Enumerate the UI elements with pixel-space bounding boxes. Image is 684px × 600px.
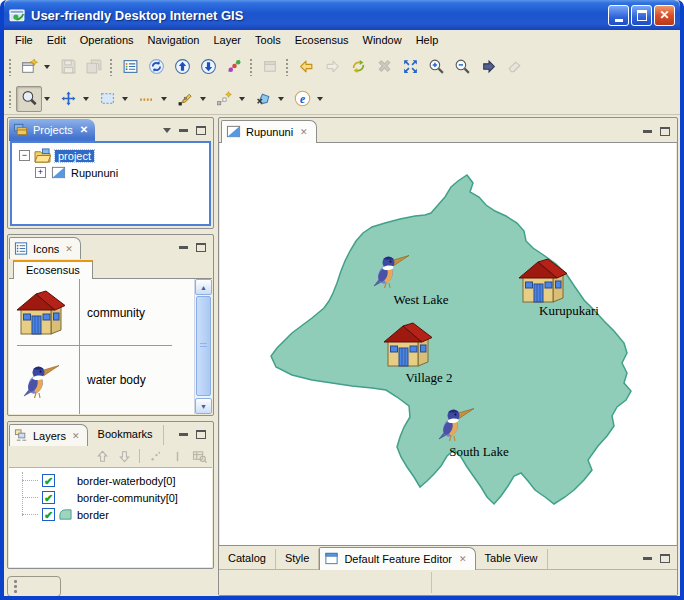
maximize-view-icon[interactable] (660, 554, 670, 563)
palette-item-water-body[interactable]: water body (9, 346, 212, 413)
tree-item-rupununi-label[interactable]: Rupununi (71, 167, 118, 179)
menu-ecosensus[interactable]: Ecosensus (288, 32, 356, 48)
minimize-view-icon[interactable] (643, 557, 652, 560)
legend-button[interactable] (117, 54, 143, 80)
zoom-extent-button[interactable] (397, 54, 423, 80)
toolbar-grip-icon[interactable] (109, 58, 113, 76)
map-marker-village-2[interactable] (382, 322, 434, 368)
refresh-button[interactable] (345, 54, 371, 80)
layer-row-border-waterbody0[interactable]: ✔border-waterbody[0] (9, 472, 212, 489)
select-tool-button[interactable] (94, 86, 120, 112)
pan-tool-button[interactable] (55, 86, 81, 112)
maximize-view-icon[interactable] (196, 430, 206, 439)
maximize-view-icon[interactable] (196, 126, 206, 135)
layer-row-border-community0[interactable]: ✔border-community[0] (9, 489, 212, 506)
layer-visibility-checkbox[interactable]: ✔ (42, 474, 55, 487)
dropdown-caret-icon[interactable] (161, 97, 167, 101)
maximize-button[interactable] (631, 5, 652, 26)
sync-layers-button[interactable] (143, 54, 169, 80)
map-marker-south-lake[interactable] (437, 404, 475, 442)
tree-item-rupununi[interactable]: + Rupununi (35, 164, 209, 181)
scrollbar-thumb[interactable] (196, 296, 211, 396)
add-vertex-button[interactable] (211, 86, 237, 112)
menu-navigation[interactable]: Navigation (141, 32, 207, 48)
map-marker-west-lake[interactable] (372, 251, 410, 289)
map-marker-kurupukari[interactable] (517, 258, 569, 304)
toolbar-grip-icon[interactable] (285, 58, 289, 76)
tab-table-view[interactable]: Table View (476, 549, 548, 569)
title-bar[interactable]: User-friendly Desktop Internet GIS ✕ (4, 0, 680, 30)
tree-item-project[interactable]: − project (19, 147, 209, 164)
dropdown-caret-icon[interactable] (122, 97, 128, 101)
menu-edit[interactable]: Edit (40, 32, 73, 48)
dropdown-caret-icon[interactable] (200, 97, 206, 101)
maximize-view-icon[interactable] (660, 127, 670, 136)
close-icons-icon[interactable]: ✕ (65, 244, 73, 254)
palette-item-community[interactable]: community (9, 279, 212, 346)
view-menu-icon[interactable] (163, 128, 171, 133)
menu-operations[interactable]: Operations (73, 32, 141, 48)
dropdown-caret-icon[interactable] (278, 97, 284, 101)
layer-visibility-checkbox[interactable]: ✔ (42, 491, 55, 504)
menu-layer[interactable]: Layer (207, 32, 249, 48)
layer-row-border[interactable]: ✔border (9, 506, 212, 523)
toolbar-grip-icon[interactable] (8, 58, 12, 76)
minimize-view-icon[interactable] (179, 433, 188, 436)
minimize-button[interactable] (608, 5, 629, 26)
icons-tab-label: Icons (33, 243, 59, 255)
close-button[interactable]: ✕ (654, 5, 675, 26)
split-tool-button[interactable] (250, 86, 276, 112)
tab-default-feature-editor[interactable]: Default Feature Editor✕ (319, 547, 475, 570)
menu-file[interactable]: File (8, 32, 40, 48)
style-editor-button[interactable] (221, 54, 247, 80)
scroll-up-icon[interactable]: ▲ (195, 279, 212, 295)
tab-ecosensus[interactable]: Ecosensus (13, 260, 93, 279)
dropdown-caret-icon[interactable] (44, 65, 50, 69)
minimize-view-icon[interactable] (643, 130, 652, 133)
tab-catalog[interactable]: Catalog (219, 549, 276, 569)
layer-visibility-checkbox[interactable]: ✔ (42, 508, 55, 521)
close-feature-editor-icon[interactable]: ✕ (459, 554, 467, 564)
dropdown-caret-icon[interactable] (317, 97, 323, 101)
forward-nav-button[interactable] (475, 54, 501, 80)
community-house-icon (9, 290, 73, 336)
move-down-button[interactable] (195, 54, 221, 80)
zoom-tool-button[interactable] (16, 86, 42, 112)
toolbar-grip-icon[interactable] (249, 58, 253, 76)
tab-bookmarks[interactable]: Bookmarks (88, 425, 164, 445)
scroll-down-icon[interactable]: ▼ (195, 398, 212, 414)
expand-expander-icon[interactable]: + (35, 167, 46, 178)
minimize-view-icon[interactable] (179, 129, 188, 132)
maximize-view-icon[interactable] (196, 243, 206, 252)
back-arrow-button[interactable] (293, 54, 319, 80)
close-editor-icon[interactable]: ✕ (300, 127, 308, 137)
tab-style[interactable]: Style (276, 549, 319, 569)
dropdown-caret-icon[interactable] (239, 97, 245, 101)
close-projects-icon[interactable]: ✕ (80, 124, 88, 135)
menu-window[interactable]: Window (356, 32, 409, 48)
zoom-in-button[interactable] (423, 54, 449, 80)
dropdown-caret-icon[interactable] (83, 97, 89, 101)
tab-rupununi-map[interactable]: Rupununi ✕ (221, 120, 317, 143)
tab-layers[interactable]: Layers✕ (9, 424, 88, 446)
tab-projects[interactable]: Projects ✕ (9, 119, 95, 141)
menu-help[interactable]: Help (409, 32, 446, 48)
edit-geometry-button[interactable] (172, 86, 198, 112)
web-browser-button[interactable]: e (289, 86, 315, 112)
close-layers-icon[interactable]: ✕ (72, 431, 80, 441)
zoom-out-button[interactable] (449, 54, 475, 80)
minimize-view-icon[interactable] (179, 246, 188, 249)
toolbar-grip-icon[interactable] (8, 90, 12, 108)
collapse-expander-icon[interactable]: − (19, 150, 30, 161)
move-up-button[interactable] (169, 54, 195, 80)
menu-tools[interactable]: Tools (248, 32, 288, 48)
new-window-button[interactable] (16, 54, 42, 80)
map-canvas[interactable]: West LakeKurupukariVillage 2South Lake (220, 143, 676, 545)
dropdown-caret-icon[interactable] (44, 97, 50, 101)
measure-tool-button[interactable] (133, 86, 159, 112)
eraser-icon (506, 58, 523, 75)
fast-view-handle[interactable] (7, 576, 61, 597)
tree-item-project-label[interactable]: project (55, 150, 94, 162)
scrollbar-vertical[interactable]: ▲ ▼ (194, 279, 212, 414)
tab-icons[interactable]: Icons ✕ (9, 237, 81, 259)
